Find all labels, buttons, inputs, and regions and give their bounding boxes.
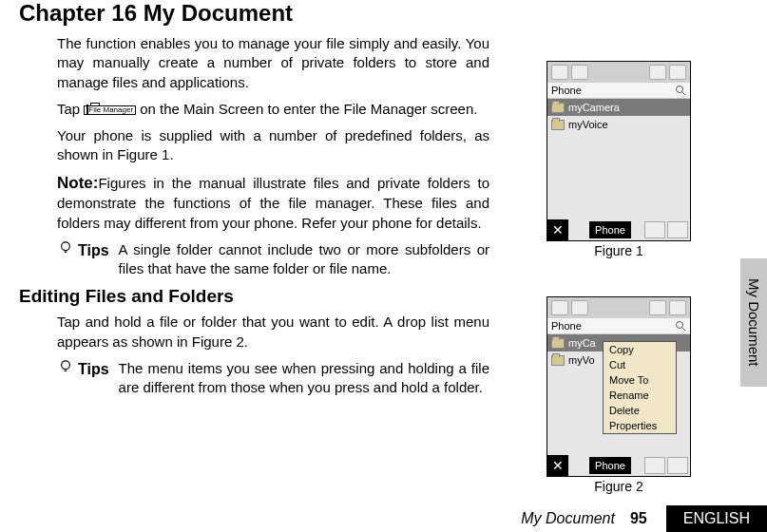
side-tab: My Document xyxy=(740,258,767,387)
page-footer: My Document 95 ENGLISH xyxy=(0,505,767,532)
folder-name: myCamera xyxy=(568,102,620,113)
status-icon xyxy=(669,65,686,80)
note-label: Note: xyxy=(57,174,98,192)
close-button[interactable]: ✕ xyxy=(547,455,568,476)
search-icon xyxy=(675,85,686,96)
footer-doc-title: My Document xyxy=(521,510,615,527)
svg-point-4 xyxy=(62,242,70,251)
softkey-icon[interactable] xyxy=(644,221,665,238)
file-manager-icon: File Manager xyxy=(84,105,136,115)
phone-softkeys: ✕ Phone xyxy=(547,219,690,240)
tips-block-1: Tips A single folder cannot include two … xyxy=(57,240,489,279)
status-icon xyxy=(571,65,588,80)
phone-softkeys: ✕ Phone xyxy=(547,455,690,476)
status-icon xyxy=(669,300,686,315)
footer-language: ENGLISH xyxy=(666,505,767,532)
location-row: Phone xyxy=(547,318,690,334)
phone-statusbar xyxy=(547,62,690,83)
footer-page-number: 95 xyxy=(630,510,647,527)
menu-item-move-to[interactable]: Move To xyxy=(604,372,676,388)
folder-name: myVoice xyxy=(568,119,608,130)
folder-icon xyxy=(551,355,565,366)
folder-name: myCa xyxy=(568,337,596,349)
phone-screen-2: Phone myCa myVo Copy Cut Move xyxy=(546,296,691,477)
folder-name: myVo xyxy=(568,354,595,366)
figure-caption: Figure 2 xyxy=(546,479,691,494)
location-label: Phone xyxy=(551,85,582,96)
menu-item-copy[interactable]: Copy xyxy=(604,342,676,357)
tips-text: A single folder cannot include two or mo… xyxy=(119,240,489,279)
tap-paragraph: Tap File Manager on the Main Screen to e… xyxy=(57,100,489,119)
figure-2: Phone myCa myVo Copy Cut Move xyxy=(546,296,691,494)
softkey-center[interactable]: Phone xyxy=(589,221,631,238)
svg-line-1 xyxy=(682,92,685,95)
bulb-icon xyxy=(57,360,74,373)
menu-item-cut[interactable]: Cut xyxy=(604,357,676,372)
softkey-center[interactable]: Phone xyxy=(589,457,631,474)
tips-text: The menu items you see when pressing and… xyxy=(119,359,489,398)
folder-icon xyxy=(551,338,565,349)
intro-paragraph: The function enables you to manage your … xyxy=(57,34,489,92)
close-button[interactable]: ✕ xyxy=(547,219,568,240)
folder-icon xyxy=(551,120,565,130)
phone-statusbar xyxy=(547,297,690,318)
softkey-icon[interactable] xyxy=(667,221,688,238)
editing-paragraph: Tap and hold a file or folder that you w… xyxy=(57,313,489,352)
menu-item-rename[interactable]: Rename xyxy=(604,388,676,403)
svg-point-2 xyxy=(677,322,683,329)
menu-item-properties[interactable]: Properties xyxy=(604,418,676,433)
status-icon xyxy=(551,65,568,80)
tips-block-2: Tips The menu items you see when pressin… xyxy=(57,359,489,398)
folder-icon xyxy=(551,103,565,113)
menu-item-delete[interactable]: Delete xyxy=(604,403,676,418)
list-item[interactable]: myCamera xyxy=(547,99,690,116)
search-icon xyxy=(675,320,686,332)
bulb-icon xyxy=(57,241,74,255)
tips-label: Tips xyxy=(78,240,109,261)
tips-label: Tips xyxy=(78,359,109,380)
chapter-title: Chapter 16 My Document xyxy=(19,0,748,27)
status-icon xyxy=(571,300,588,315)
note-paragraph: Note:Figures in the manual illustrate fi… xyxy=(57,173,489,233)
figure-caption: Figure 1 xyxy=(546,243,691,258)
folder-list: myCamera myVoice xyxy=(547,99,690,133)
location-label: Phone xyxy=(551,320,582,332)
location-row: Phone xyxy=(547,83,690,99)
figure-1: Phone myCamera myVoice ✕ Phone xyxy=(546,61,691,258)
predefined-paragraph: Your phone is supplied with a number of … xyxy=(57,126,489,165)
svg-point-7 xyxy=(62,361,70,370)
svg-point-0 xyxy=(677,86,683,93)
text-fragment: on the Main Screen to enter the File Man… xyxy=(140,101,477,117)
softkey-icon[interactable] xyxy=(644,457,665,474)
phone-screen-1: Phone myCamera myVoice ✕ Phone xyxy=(546,61,691,241)
softkey-icon[interactable] xyxy=(667,457,688,474)
context-menu: Copy Cut Move To Rename Delete Propertie… xyxy=(603,341,677,434)
list-item[interactable]: myVoice xyxy=(547,116,690,133)
note-text: Figures in the manual illustrate files a… xyxy=(57,175,489,231)
status-icon xyxy=(649,65,666,80)
icon-caption: File Manager xyxy=(88,105,133,114)
status-icon xyxy=(649,300,666,315)
text-fragment: Tap xyxy=(57,101,84,117)
status-icon xyxy=(551,300,568,315)
svg-line-3 xyxy=(682,328,685,331)
